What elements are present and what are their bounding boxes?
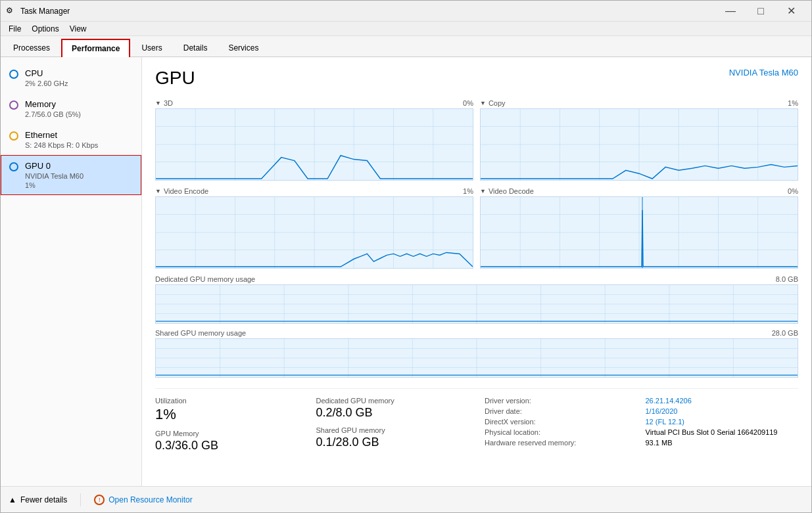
decode-label: Video Decode [489, 187, 534, 195]
minimize-button[interactable]: — [715, 1, 746, 22]
chart-3d: ▼ 3D 0% [155, 99, 473, 181]
copy-chart-svg [481, 109, 798, 180]
dedicated-label: Dedicated GPU memory usage [155, 275, 255, 283]
dedicated-mem-label: Dedicated GPU memory [316, 397, 469, 405]
dedicated-memory-row: Dedicated GPU memory usage 8.0 GB [155, 275, 798, 324]
3d-chart-box [155, 108, 473, 181]
task-manager-window: ⚙ Task Manager — □ ✕ File Options View P… [0, 0, 812, 513]
chart-video-encode: ▼ Video Encode 1% [155, 187, 473, 269]
maximize-button[interactable]: □ [746, 1, 776, 22]
gpu-title: GPU [155, 68, 195, 89]
decode-chart-svg [481, 197, 798, 268]
shared-mem-value: 0.1/28.0 GB [316, 435, 469, 449]
gpu-indicator [9, 162, 18, 171]
charts-row-middle: ▼ Video Encode 1% [155, 187, 798, 269]
sidebar-item-memory[interactable]: Memory 2.7/56.0 GB (5%) [1, 93, 141, 124]
dedicated-value: 8.0 GB [776, 275, 798, 283]
driver-version-label: Driver version: [485, 397, 531, 405]
chart-video-decode: ▼ Video Decode 0% [480, 187, 798, 269]
shared-label: Shared GPU memory usage [155, 329, 246, 337]
phys-loc-value: Virtual PCI Bus Slot 0 Serial 1664209119 [646, 428, 778, 436]
sidebar-gpu0-name: GPU 0 [25, 161, 133, 171]
gpu-memory-label: GPU Memory [155, 430, 308, 437]
menu-view[interactable]: View [64, 23, 92, 35]
3d-chevron: ▼ [155, 100, 161, 106]
shared-chart-box [155, 338, 798, 378]
directx-value: 12 (FL 12.1) [646, 418, 685, 426]
sidebar-gpu0-usage: 1% [25, 181, 133, 189]
copy-value: 1% [788, 99, 798, 107]
decode-chart-box [480, 196, 798, 269]
chevron-up-icon: ▲ [9, 495, 16, 504]
cpu-indicator [9, 70, 18, 79]
sidebar-memory-name: Memory [25, 99, 133, 109]
tabs-bar: Processes Performance Users Details Serv… [1, 36, 811, 57]
fewer-details-label: Fewer details [20, 495, 67, 504]
sidebar-ethernet-name: Ethernet [25, 130, 133, 140]
copy-chart-box [480, 108, 798, 181]
tab-performance[interactable]: Performance [61, 39, 130, 57]
gpu-header: GPU NVIDIA Tesla M60 [155, 68, 798, 89]
stat-dedicated-mem: Dedicated GPU memory 0.2/8.0 GB Shared G… [316, 397, 477, 453]
info-group-2: 26.21.14.4206 1/16/2020 12 (FL 12.1) Vir… [638, 397, 799, 453]
sidebar-item-gpu0[interactable]: GPU 0 NVIDIA Tesla M60 1% [1, 155, 141, 195]
dedicated-chart-box [155, 284, 798, 324]
sidebar-item-ethernet[interactable]: Ethernet S: 248 Kbps R: 0 Kbps [1, 124, 141, 155]
3d-chart-svg [156, 109, 473, 180]
shared-value: 28.0 GB [772, 329, 798, 337]
dedicated-chart-svg [156, 285, 798, 323]
tab-users[interactable]: Users [131, 39, 172, 56]
3d-label: 3D [164, 99, 173, 107]
driver-date-label: Driver date: [485, 407, 522, 415]
menu-options[interactable]: Options [26, 23, 64, 35]
encode-chart-box [155, 196, 473, 269]
dedicated-mem-value: 0.2/8.0 GB [316, 406, 469, 420]
utilization-label: Utilization [155, 397, 308, 405]
chart-copy: ▼ Copy 1% [480, 99, 798, 181]
utilization-value: 1% [155, 406, 308, 423]
footer-bar: ▲ Fewer details ! Open Resource Monitor [1, 486, 811, 512]
sidebar-ethernet-sub: S: 248 Kbps R: 0 Kbps [25, 141, 133, 149]
tab-details[interactable]: Details [174, 39, 218, 56]
menu-file[interactable]: File [3, 23, 26, 35]
memory-indicator [9, 100, 18, 110]
sidebar-cpu-name: CPU [25, 68, 133, 78]
decode-value: 0% [788, 187, 798, 195]
phys-loc-label: Physical location: [485, 428, 540, 436]
copy-chevron: ▼ [480, 100, 486, 106]
menu-bar: File Options View [1, 22, 811, 36]
tab-processes[interactable]: Processes [3, 39, 60, 56]
main-content: CPU 2% 2.60 GHz Memory 2.7/56.0 GB (5%) … [1, 57, 811, 486]
app-icon: ⚙ [6, 6, 16, 16]
window-controls: — □ ✕ [715, 1, 806, 22]
gpu-memory-value: 0.3/36.0 GB [155, 439, 308, 453]
3d-value: 0% [463, 99, 473, 107]
hw-reserved-label: Hardware reserved memory: [485, 439, 576, 447]
copy-label: Copy [489, 99, 506, 107]
sidebar-item-cpu[interactable]: CPU 2% 2.60 GHz [1, 62, 141, 93]
stats-section: Utilization 1% GPU Memory 0.3/36.0 GB De… [155, 388, 798, 453]
charts-row-top: ▼ 3D 0% [155, 99, 798, 181]
driver-date-value: 1/16/2020 [646, 407, 678, 415]
close-button[interactable]: ✕ [776, 1, 806, 22]
shared-mem-label: Shared GPU memory [316, 426, 469, 434]
directx-label: DirectX version: [485, 418, 536, 426]
open-resource-monitor-label: Open Resource Monitor [108, 495, 192, 504]
encode-value: 1% [463, 187, 473, 195]
open-resource-monitor-link[interactable]: ! Open Resource Monitor [94, 495, 192, 505]
driver-version-value: 26.21.14.4206 [646, 397, 692, 405]
tab-services[interactable]: Services [218, 39, 268, 56]
encode-chevron: ▼ [155, 188, 161, 194]
fewer-details-button[interactable]: ▲ Fewer details [9, 495, 67, 504]
decode-chevron: ▼ [480, 188, 486, 194]
gpu-panel: GPU NVIDIA Tesla M60 ▼ 3D 0% [142, 57, 811, 486]
shared-memory-row: Shared GPU memory usage 28.0 GB [155, 329, 798, 378]
footer-divider [80, 493, 81, 506]
stat-utilization: Utilization 1% GPU Memory 0.3/36.0 GB [155, 397, 316, 453]
window-title: Task Manager [20, 7, 715, 16]
shared-chart-svg [156, 339, 798, 377]
info-group-1: Driver version: Driver date: DirectX ver… [477, 397, 638, 453]
encode-chart-svg [156, 197, 473, 268]
title-bar: ⚙ Task Manager — □ ✕ [1, 1, 811, 22]
resource-monitor-icon: ! [94, 495, 105, 505]
